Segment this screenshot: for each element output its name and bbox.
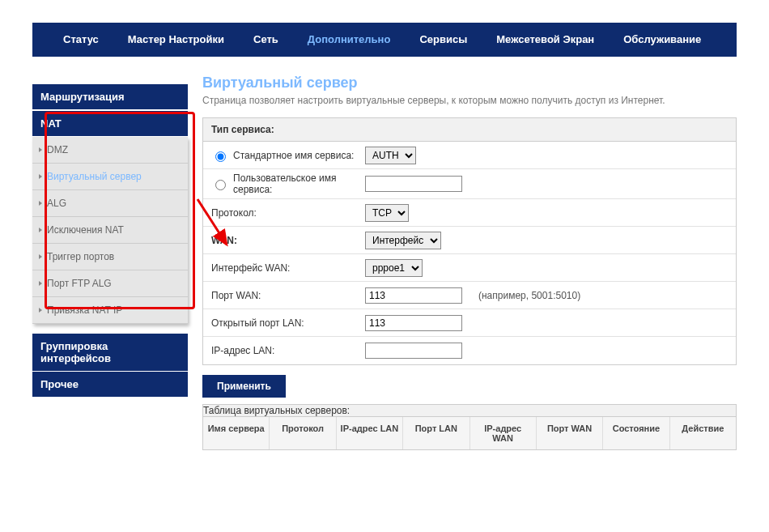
th-action: Действие — [670, 417, 736, 449]
nav-wizard[interactable]: Мастер Настройки — [113, 23, 239, 57]
row-lan-open-port: Открытый порт LAN: — [203, 309, 736, 337]
row-lan-ip: IP-адрес LAN: — [203, 337, 736, 364]
row-standard-name: Стандартное имя сервиса: AUTH — [203, 142, 736, 169]
sidebar-item-dmz[interactable]: DMZ — [32, 137, 188, 164]
nav-status[interactable]: Статус — [49, 23, 113, 57]
page-title: Виртуальный сервер — [202, 74, 737, 92]
label-wan-port: Порт WAN: — [211, 290, 365, 301]
th-protocol: Протокол — [270, 417, 336, 449]
nav-services[interactable]: Сервисы — [405, 23, 482, 57]
sidebar-item-nat-ip-binding[interactable]: Привязка NAT IP — [32, 297, 188, 324]
label-protocol: Протокол: — [211, 207, 365, 219]
sidebar-item-port-trigger[interactable]: Триггер портов — [32, 244, 188, 270]
service-type-header: Тип сервиса: — [203, 118, 736, 142]
table-head: Имя сервера Протокол IP-адрес LAN Порт L… — [203, 416, 736, 449]
top-nav: Статус Мастер Настройки Сеть Дополнитель… — [32, 23, 737, 57]
apply-button[interactable]: Применить — [202, 375, 286, 398]
radio-standard-name[interactable] — [215, 151, 226, 162]
th-server-name: Имя сервера — [203, 417, 270, 449]
input-lan-ip[interactable] — [365, 343, 462, 359]
row-wan-iface: Интерфейс WAN: pppoe1 — [203, 254, 736, 282]
page-desc: Страница позволяет настроить виртуальные… — [202, 95, 737, 106]
sidebar: Маршрутизация NAT DMZ Виртуальный сервер… — [32, 74, 202, 450]
select-wan-iface[interactable]: pppoe1 — [365, 259, 423, 277]
th-state: Состояние — [603, 417, 669, 449]
nav-maintenance[interactable]: Обслуживание — [609, 23, 716, 57]
main-content: Виртуальный сервер Страница позволяет на… — [202, 74, 737, 450]
table-title: Таблица виртуальных серверов: — [203, 405, 736, 416]
label-wan-iface: Интерфейс WAN: — [211, 262, 365, 274]
service-type-panel: Тип сервиса: Стандартное имя сервиса: AU… — [202, 117, 737, 365]
nav-firewall[interactable]: Межсетевой Экран — [482, 23, 609, 57]
sidebar-section-other[interactable]: Прочее — [32, 372, 188, 398]
row-custom-name: Пользовательское имя сервиса: — [203, 169, 736, 199]
input-custom-name[interactable] — [365, 176, 462, 192]
sidebar-item-ftp-alg-port[interactable]: Порт FTP ALG — [32, 270, 188, 297]
label-standard-name: Стандартное имя сервиса: — [233, 150, 354, 161]
sidebar-item-nat-exclusions[interactable]: Исключения NAT — [32, 217, 188, 244]
th-wan-ip: IP-адрес WAN — [470, 417, 537, 449]
th-lan-port: Порт LAN — [403, 417, 469, 449]
nav-advanced[interactable]: Дополнительно — [293, 23, 406, 57]
nav-network[interactable]: Сеть — [239, 23, 293, 57]
label-lan-ip: IP-адрес LAN: — [211, 345, 365, 356]
row-wan: WAN: Интерфейс — [203, 227, 736, 254]
sidebar-section-nat[interactable]: NAT — [32, 110, 188, 137]
virtual-servers-table-panel: Таблица виртуальных серверов: Имя сервер… — [202, 404, 737, 450]
select-protocol[interactable]: TCP — [365, 204, 409, 222]
radio-custom-name[interactable] — [215, 180, 226, 190]
label-wan: WAN: — [211, 235, 237, 246]
sidebar-nat-items: DMZ Виртуальный сервер ALG Исключения NA… — [32, 137, 188, 324]
th-lan-ip: IP-адрес LAN — [337, 417, 403, 449]
body: Маршрутизация NAT DMZ Виртуальный сервер… — [32, 57, 737, 450]
sidebar-section-routing[interactable]: Маршрутизация — [32, 84, 188, 110]
row-wan-port: Порт WAN: (например, 5001:5010) — [203, 282, 736, 309]
hint-wan-port: (например, 5001:5010) — [478, 290, 580, 301]
sidebar-item-virtual-server[interactable]: Виртуальный сервер — [32, 164, 188, 190]
input-wan-port[interactable] — [365, 287, 462, 304]
sidebar-section-iface-group[interactable]: Группировка интерфейсов — [32, 334, 188, 372]
label-lan-open-port: Открытый порт LAN: — [211, 317, 365, 329]
th-wan-port: Порт WAN — [537, 417, 603, 449]
page: Статус Мастер Настройки Сеть Дополнитель… — [0, 0, 769, 532]
label-custom-name: Пользовательское имя сервиса: — [233, 172, 365, 195]
row-protocol: Протокол: TCP — [203, 199, 736, 227]
select-wan[interactable]: Интерфейс — [365, 232, 441, 249]
sidebar-item-alg[interactable]: ALG — [32, 190, 188, 217]
input-lan-open-port[interactable] — [365, 315, 462, 331]
select-standard-name[interactable]: AUTH — [365, 147, 416, 164]
